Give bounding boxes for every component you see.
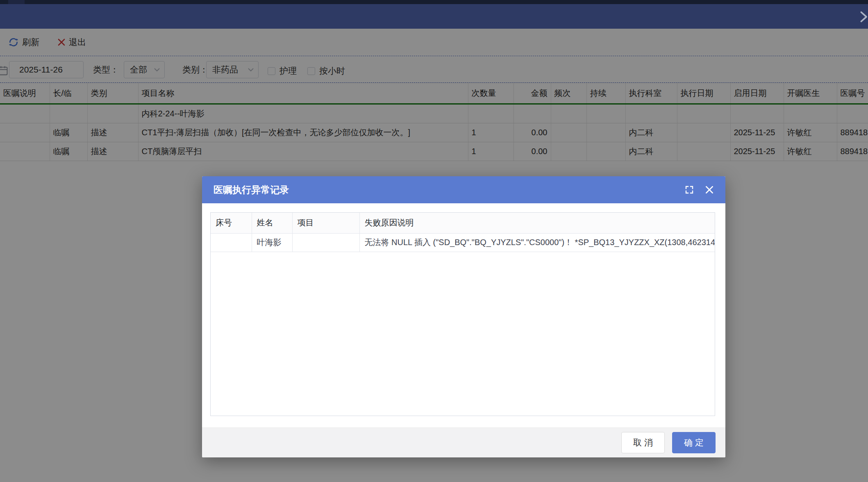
dialog-header-icons	[684, 185, 714, 195]
exception-row[interactable]: 叶海影 无法将 NULL 插入 ("SD_BQ"."BQ_YJYZLS"."CS…	[211, 233, 715, 252]
exception-table: 床号 姓名 项目 失败原因说明 叶海影 无法将 NULL 插入 ("SD_BQ"…	[211, 213, 715, 252]
exception-dialog: 医嘱执行异常记录 床号 姓名 项目 失败原因说明	[202, 176, 725, 457]
failure-reason: 无法将 NULL 插入 ("SD_BQ"."BQ_YJYZLS"."CS0000…	[359, 233, 715, 252]
maximize-icon[interactable]	[684, 185, 694, 195]
browser-top-strip	[0, 0, 868, 4]
app-header-bar	[0, 4, 868, 29]
browser-tab[interactable]	[8, 0, 25, 4]
col-header: 姓名	[252, 213, 292, 233]
col-header: 失败原因说明	[359, 213, 715, 233]
chevron-right-icon[interactable]	[857, 10, 868, 24]
dialog-body: 床号 姓名 项目 失败原因说明 叶海影 无法将 NULL 插入 ("SD_BQ"…	[202, 203, 725, 457]
exception-header-row: 床号 姓名 项目 失败原因说明	[211, 213, 715, 233]
exception-table-box: 床号 姓名 项目 失败原因说明 叶海影 无法将 NULL 插入 ("SD_BQ"…	[210, 212, 715, 416]
col-header: 项目	[292, 213, 359, 233]
dialog-header[interactable]: 医嘱执行异常记录	[202, 176, 725, 203]
dialog-title: 医嘱执行异常记录	[214, 184, 684, 196]
col-header: 床号	[211, 213, 252, 233]
dialog-footer: 取 消 确 定	[202, 427, 725, 457]
close-icon[interactable]	[705, 185, 714, 194]
confirm-button[interactable]: 确 定	[672, 432, 716, 453]
cancel-button[interactable]: 取 消	[621, 432, 665, 453]
